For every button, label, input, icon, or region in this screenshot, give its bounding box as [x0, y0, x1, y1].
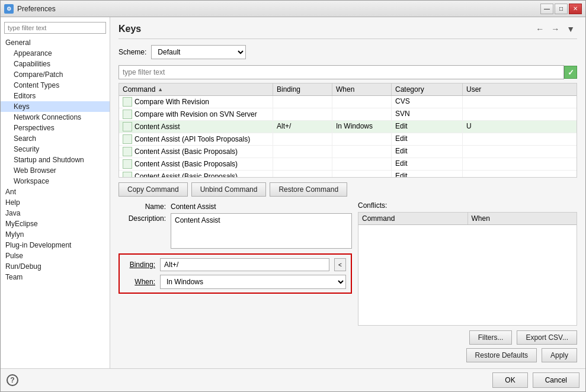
conflicts-when-header: When [468, 213, 577, 224]
header-category: Category [392, 83, 463, 95]
apply-button[interactable]: Apply [542, 348, 577, 362]
description-box[interactable]: Content Assist [171, 213, 352, 249]
maximize-button[interactable]: □ [555, 4, 568, 14]
conflicts-table: Command When [358, 212, 577, 326]
footer: ? OK Cancel [1, 368, 585, 391]
table-row[interactable]: Content Assist (API Tools Proposals)Edit [119, 133, 577, 146]
description-value: Content Assist [175, 216, 220, 224]
cell-when [332, 96, 392, 108]
nav-back-button[interactable]: ← [533, 23, 546, 35]
binding-input[interactable] [160, 258, 329, 271]
cell-user [463, 96, 498, 108]
footer-actions: OK Cancel [492, 372, 579, 388]
restore-apply-buttons: Restore Defaults Apply [358, 348, 577, 362]
table-row[interactable]: Compare with Revision on SVN ServerSVN [119, 108, 577, 121]
sidebar: GeneralAppearanceCapabilitiesCompare/Pat… [1, 17, 110, 368]
table-row[interactable]: Content Assist (Basic Proposals)Edit [119, 158, 577, 171]
sidebar-item-ant[interactable]: Ant [1, 187, 110, 197]
cell-category: Edit [392, 121, 463, 133]
row-icon [123, 172, 132, 177]
restore-defaults-button[interactable]: Restore Defaults [466, 348, 537, 362]
sidebar-item-pulse[interactable]: Pulse [1, 250, 110, 261]
sidebar-item-team[interactable]: Team [1, 272, 110, 282]
cell-binding [273, 133, 332, 145]
cell-command: Content Assist (Basic Proposals) [119, 171, 273, 177]
cell-user: U [463, 121, 498, 133]
cell-when [332, 158, 392, 170]
sidebar-item-editors[interactable]: Editors [1, 91, 110, 101]
sort-arrow-icon: ▲ [158, 86, 163, 92]
restore-command-button[interactable]: Restore Command [270, 182, 347, 197]
scheme-select[interactable]: Default Emacs [151, 45, 246, 59]
dialog-icon: ⚙ [4, 4, 14, 14]
table-row[interactable]: Content Assist (Basic Proposals)Edit [119, 171, 577, 177]
header-user: User [463, 83, 498, 95]
table-row[interactable]: Compare With RevisionCVS [119, 96, 577, 108]
main-content: GeneralAppearanceCapabilitiesCompare/Pat… [1, 17, 585, 368]
sidebar-item-startup-and-shutdown[interactable]: Startup and Shutdown [1, 155, 110, 165]
filters-button[interactable]: Filters... [469, 330, 513, 345]
panel-title-text: Keys [119, 24, 141, 34]
sidebar-filter-input[interactable] [4, 22, 106, 34]
binding-label: Binding: [124, 261, 155, 269]
row-icon [123, 134, 132, 144]
binding-section: Binding: < When: In Windows In Dialogs a… [119, 253, 352, 294]
header-when: When [332, 83, 392, 95]
conflicts-label: Conflicts: [358, 201, 577, 210]
copy-command-button[interactable]: Copy Command [119, 182, 188, 197]
table-body: Compare With RevisionCVSCompare with Rev… [119, 96, 577, 177]
sidebar-item-perspectives[interactable]: Perspectives [1, 123, 110, 133]
sidebar-item-java[interactable]: Java [1, 208, 110, 219]
sidebar-item-general[interactable]: General [1, 37, 110, 48]
cell-command: Compare with Revision on SVN Server [119, 108, 273, 120]
sidebar-item-network-connections[interactable]: Network Connections [1, 112, 110, 123]
close-button[interactable]: ✕ [569, 4, 582, 14]
cell-command: Compare With Revision [119, 96, 273, 108]
sidebar-item-rundebug[interactable]: Run/Debug [1, 261, 110, 272]
minimize-button[interactable]: — [540, 4, 553, 14]
right-panel: Keys ← → ▼ Scheme: Default Emacs ✓ [110, 17, 585, 368]
cell-command: Content Assist [119, 121, 273, 133]
cell-command: Content Assist (API Tools Proposals) [119, 133, 273, 145]
cell-user [463, 171, 498, 177]
sidebar-item-content-types[interactable]: Content Types [1, 80, 110, 91]
sidebar-item-capabilities[interactable]: Capabilities [1, 59, 110, 69]
when-select[interactable]: In Windows In Dialogs and Windows [160, 275, 346, 289]
help-button[interactable]: ? [7, 374, 18, 386]
sidebar-item-help[interactable]: Help [1, 197, 110, 208]
sidebar-item-comparepatch[interactable]: Compare/Patch [1, 69, 110, 80]
command-buttons-row: Copy Command Unbind Command Restore Comm… [119, 182, 577, 197]
cell-category: SVN [392, 108, 463, 120]
cell-category: CVS [392, 96, 463, 108]
binding-clear-button[interactable]: < [334, 258, 346, 271]
keys-table: Command ▲ Binding When Category User Com… [119, 83, 577, 178]
sidebar-item-mylyn[interactable]: Mylyn [1, 229, 110, 240]
cell-user [463, 133, 498, 145]
ok-button[interactable]: OK [492, 372, 527, 388]
keys-filter-input[interactable] [119, 65, 564, 79]
nav-forward-button[interactable]: → [549, 23, 562, 35]
sidebar-item-web-browser[interactable]: Web Browser [1, 165, 110, 176]
panel-title-bar: Keys ← → ▼ [119, 23, 577, 39]
sidebar-item-plug-in-development[interactable]: Plug-in Development [1, 240, 110, 250]
row-icon [123, 147, 132, 156]
sidebar-item-keys[interactable]: Keys [1, 101, 110, 112]
sidebar-item-security[interactable]: Security [1, 144, 110, 155]
nav-menu-button[interactable]: ▼ [564, 23, 577, 35]
table-row[interactable]: Content Assist (Basic Proposals)Edit [119, 146, 577, 158]
when-label: When: [124, 278, 155, 286]
sidebar-item-workspace[interactable]: Workspace [1, 176, 110, 187]
cancel-button[interactable]: Cancel [533, 372, 579, 388]
sidebar-item-appearance[interactable]: Appearance [1, 48, 110, 59]
filter-apply-button[interactable]: ✓ [564, 66, 577, 79]
sidebar-filter-row [4, 22, 106, 34]
sidebar-item-myeclipse[interactable]: MyEclipse [1, 219, 110, 229]
unbind-command-button[interactable]: Unbind Command [191, 182, 267, 197]
table-row[interactable]: Content AssistAlt+/In WindowsEditU [119, 121, 577, 133]
conflicts-header: Command When [358, 213, 577, 225]
name-value: Content Assist [171, 201, 216, 211]
sidebar-item-search[interactable]: Search [1, 133, 110, 144]
filter-icon: ✓ [568, 68, 574, 77]
export-csv-button[interactable]: Export CSV... [517, 330, 577, 345]
panel-nav: ← → ▼ [533, 23, 577, 35]
